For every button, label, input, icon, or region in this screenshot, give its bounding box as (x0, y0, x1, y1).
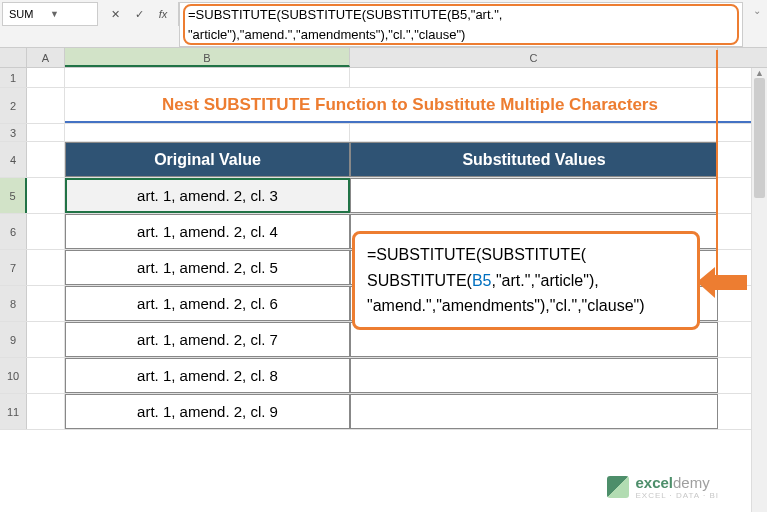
confirm-icon[interactable]: ✓ (132, 7, 146, 21)
cell-a11[interactable] (27, 394, 65, 429)
cell-b1[interactable] (65, 68, 350, 87)
row-2: 2 Nest SUBSTITUTE Function to Substitute… (0, 88, 767, 124)
watermark-brand: exceldemy (635, 474, 719, 491)
row-1: 1 (0, 68, 767, 88)
fx-icon[interactable]: fx (156, 7, 170, 21)
title-cell[interactable]: Nest SUBSTITUTE Function to Substitute M… (65, 88, 756, 123)
col-header-a[interactable]: A (27, 48, 65, 67)
cell-c5[interactable] (350, 178, 718, 213)
formula-bar-expand-icon[interactable]: ⌄ (747, 0, 767, 16)
cell-b3[interactable] (65, 124, 350, 141)
cell-a9[interactable] (27, 322, 65, 357)
row-header-10[interactable]: 10 (0, 358, 27, 393)
cell-reference: B5 (472, 272, 492, 289)
inline-formula-line2: SUBSTITUTE(B5,"art.","article"), (367, 268, 685, 294)
header-original-value[interactable]: Original Value (65, 142, 350, 177)
column-headers: A B C (0, 48, 767, 68)
cell-a3[interactable] (27, 124, 65, 141)
row-4: 4 Original Value Substituted Values (0, 142, 767, 178)
watermark-tagline: EXCEL · DATA · BI (635, 491, 719, 500)
cancel-icon[interactable]: ✕ (108, 7, 122, 21)
watermark: exceldemy EXCEL · DATA · BI (607, 474, 719, 500)
row-header-8[interactable]: 8 (0, 286, 27, 321)
callout-connector-line (716, 50, 718, 282)
row-5: 5 art. 1, amend. 2, cl. 3 (0, 178, 767, 214)
cell-a5[interactable] (27, 178, 65, 213)
cell-c3[interactable] (350, 124, 718, 141)
cell-a1[interactable] (27, 68, 65, 87)
cell-b5-value: art. 1, amend. 2, cl. 3 (137, 187, 278, 204)
header-substituted-values[interactable]: Substituted Values (350, 142, 718, 177)
row-header-1[interactable]: 1 (0, 68, 27, 87)
formula-text: =SUBSTITUTE(SUBSTITUTE(SUBSTITUTE(B5,"ar… (188, 7, 502, 42)
row-header-11[interactable]: 11 (0, 394, 27, 429)
inline-formula-line1: =SUBSTITUTE(SUBSTITUTE( (367, 242, 685, 268)
cell-a8[interactable] (27, 286, 65, 321)
vertical-scrollbar[interactable]: ▲ (751, 68, 767, 512)
cell-b8[interactable]: art. 1, amend. 2, cl. 6 (65, 286, 350, 321)
inline-formula-callout: =SUBSTITUTE(SUBSTITUTE( SUBSTITUTE(B5,"a… (352, 231, 700, 330)
formula-bar: SUM ▼ ✕ ✓ fx =SUBSTITUTE(SUBSTITUTE(SUBS… (0, 0, 767, 48)
col-header-c[interactable]: C (350, 48, 718, 67)
row-11: 11 art. 1, amend. 2, cl. 9 (0, 394, 767, 430)
inline-formula-line3: "amend.","amendments"),"cl.","clause") (367, 293, 685, 319)
col-header-b[interactable]: B (65, 48, 350, 67)
row-10: 10 art. 1, amend. 2, cl. 8 (0, 358, 767, 394)
scrollbar-thumb[interactable] (754, 78, 765, 198)
name-box[interactable]: SUM ▼ (2, 2, 98, 26)
name-box-dropdown-icon[interactable]: ▼ (47, 9, 91, 19)
row-header-9[interactable]: 9 (0, 322, 27, 357)
formula-bar-controls: ✕ ✓ fx (100, 2, 179, 26)
cell-c11[interactable] (350, 394, 718, 429)
row-header-7[interactable]: 7 (0, 250, 27, 285)
watermark-logo-icon (607, 476, 629, 498)
row-header-6[interactable]: 6 (0, 214, 27, 249)
cell-b10[interactable]: art. 1, amend. 2, cl. 8 (65, 358, 350, 393)
cell-a4[interactable] (27, 142, 65, 177)
row-3: 3 (0, 124, 767, 142)
arrow-callout-icon (697, 265, 747, 300)
select-all-corner[interactable] (0, 48, 27, 67)
cell-b11[interactable]: art. 1, amend. 2, cl. 9 (65, 394, 350, 429)
svg-marker-0 (697, 267, 747, 298)
cell-a10[interactable] (27, 358, 65, 393)
cell-a6[interactable] (27, 214, 65, 249)
row-header-4[interactable]: 4 (0, 142, 27, 177)
cell-b7[interactable]: art. 1, amend. 2, cl. 5 (65, 250, 350, 285)
cell-c1[interactable] (350, 68, 718, 87)
cell-b9[interactable]: art. 1, amend. 2, cl. 7 (65, 322, 350, 357)
cell-b6[interactable]: art. 1, amend. 2, cl. 4 (65, 214, 350, 249)
name-box-value: SUM (9, 8, 47, 20)
row-header-2[interactable]: 2 (0, 88, 27, 123)
formula-input[interactable]: =SUBSTITUTE(SUBSTITUTE(SUBSTITUTE(B5,"ar… (179, 2, 743, 47)
cell-b5[interactable]: art. 1, amend. 2, cl. 3 (65, 178, 350, 213)
row-header-3[interactable]: 3 (0, 124, 27, 141)
watermark-text-block: exceldemy EXCEL · DATA · BI (635, 474, 719, 500)
row-header-5[interactable]: 5 (0, 178, 27, 213)
cell-c10[interactable] (350, 358, 718, 393)
cell-a7[interactable] (27, 250, 65, 285)
cell-a2[interactable] (27, 88, 65, 123)
